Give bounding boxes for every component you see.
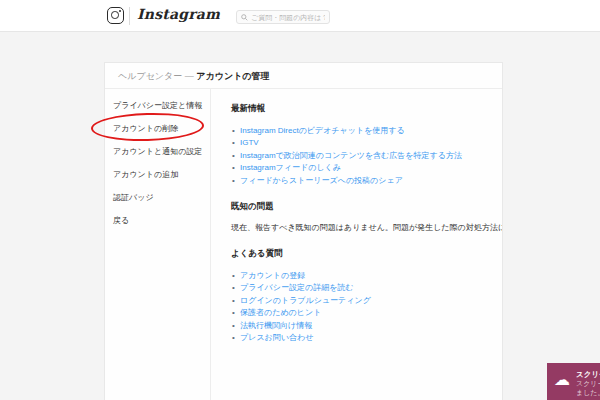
faq-link-item-link[interactable]: プライバシー設定の詳細を読む (240, 283, 354, 292)
onedrive-toast-notification[interactable]: スクリーンショット スクリーンショットが保存され ました。 (547, 363, 600, 400)
instagram-glyph-icon[interactable] (107, 7, 124, 24)
known-issues-paragraph: 現在、報告すべき既知の問題はありません。問題が発生した際の対処方法についてはこち… (231, 222, 488, 234)
card-body: プライバシー設定と情報アカウントの削除アカウントと通知の設定アカウントの追加認証… (105, 89, 502, 400)
faq-link-item[interactable]: プレスお問い合わせ (240, 332, 488, 344)
latest-links-list: Instagram Directのビデオチャットを使用するIGTVInstagr… (231, 125, 488, 187)
toast-body-line2: ました。 (576, 388, 600, 397)
help-search-box[interactable] (236, 10, 330, 24)
camera-dot-shape (119, 10, 121, 12)
latest-link-item-link[interactable]: フィードからストーリーズへの投稿のシェア (240, 176, 403, 185)
faq-links-list: アカウントの登録プライバシー設定の詳細を読むログインのトラブルシューティング保護… (231, 270, 488, 344)
sidebar-item[interactable]: アカウントの削除 (113, 117, 210, 140)
page-title: アカウントの管理 (196, 71, 269, 81)
faq-link-item-link[interactable]: アカウントの登録 (240, 271, 305, 280)
latest-link-item[interactable]: Instagramフィードのしくみ (240, 162, 488, 174)
faq-link-item-link[interactable]: プレスお問い合わせ (240, 333, 313, 342)
sidebar-list: プライバシー設定と情報アカウントの削除アカウントと通知の設定アカウントの追加認証… (105, 89, 210, 232)
latest-link-item-link[interactable]: IGTV (240, 138, 259, 147)
sidebar-item[interactable]: アカウントと通知の設定 (113, 140, 210, 163)
sidebar-item[interactable]: 認証バッジ (113, 186, 210, 209)
breadcrumb-root[interactable]: ヘルプセンター (118, 71, 182, 81)
latest-link-item[interactable]: IGTV (240, 137, 488, 149)
faq-link-item[interactable]: プライバシー設定の詳細を読む (240, 282, 488, 294)
latest-link-item[interactable]: フィードからストーリーズへの投稿のシェア (240, 175, 488, 187)
sidebar-nav: プライバシー設定と情報アカウントの削除アカウントと通知の設定アカウントの追加認証… (105, 89, 211, 400)
faq-link-item[interactable]: 法執行機関向け情報 (240, 320, 488, 332)
instagram-wordmark[interactable]: Instagram (137, 6, 220, 22)
section-title-faq: よくある質問 (231, 248, 488, 260)
toast-body-line1: スクリーンショットが保存され (576, 379, 600, 388)
faq-link-item-link[interactable]: ログインのトラブルシューティング (240, 296, 371, 305)
latest-link-item[interactable]: Instagram Directのビデオチャットを使用する (240, 125, 488, 137)
sidebar-item[interactable]: プライバシー設定と情報 (113, 94, 210, 117)
help-content-card: ヘルプセンター — アカウントの管理 プライバシー設定と情報アカウントの削除アカ… (104, 62, 503, 400)
faq-link-item[interactable]: 保護者のためのヒント (240, 307, 488, 319)
latest-link-item-link[interactable]: Instagramで政治関連のコンテンツを含む広告を特定する方法 (240, 151, 462, 160)
camera-lens-shape (111, 11, 119, 19)
toast-text: スクリーンショット スクリーンショットが保存され ました。 (576, 370, 600, 400)
faq-link-item[interactable]: ログインのトラブルシューティング (240, 295, 488, 307)
main-content: 最新情報 Instagram Directのビデオチャットを使用するIGTVIn… (211, 89, 502, 400)
toast-title: スクリーンショット (576, 370, 600, 379)
sidebar-item[interactable]: 戻る (113, 209, 210, 232)
browser-viewport: Instagram ヘルプセンター — アカウントの管理 プライバシー設定と情報… (0, 0, 600, 400)
latest-link-item-link[interactable]: Instagramフィードのしくみ (240, 163, 341, 172)
logo-divider (129, 7, 130, 25)
breadcrumb-separator: — (182, 71, 196, 81)
section-title-known-issues: 既知の問題 (231, 201, 488, 213)
faq-link-item-link[interactable]: 法執行機関向け情報 (240, 321, 312, 330)
faq-link-item-link[interactable]: 保護者のためのヒント (240, 308, 321, 317)
search-icon (241, 14, 248, 21)
known-issues-text-before: 現在、報告すべき既知の問題はありません。問題が発生した際の対処方法については (231, 223, 502, 232)
search-input[interactable] (251, 14, 325, 21)
help-center-header: Instagram (0, 0, 600, 32)
latest-link-item-link[interactable]: Instagram Directのビデオチャットを使用する (240, 126, 405, 135)
sidebar-item[interactable]: アカウントの追加 (113, 163, 210, 186)
breadcrumb: ヘルプセンター — アカウントの管理 (105, 63, 502, 89)
section-title-latest: 最新情報 (231, 103, 488, 115)
faq-link-item[interactable]: アカウントの登録 (240, 270, 488, 282)
onedrive-cloud-icon (554, 372, 570, 400)
latest-link-item[interactable]: Instagramで政治関連のコンテンツを含む広告を特定する方法 (240, 150, 488, 162)
